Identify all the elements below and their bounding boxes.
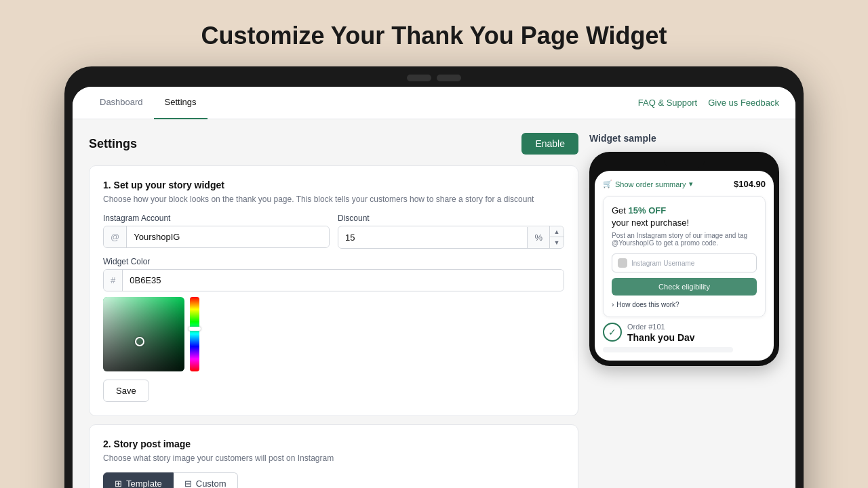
- custom-icon: ⊟: [184, 479, 192, 488]
- instagram-label: Instagram Account: [103, 214, 330, 223]
- check-eligibility-button[interactable]: Check eligibility: [612, 278, 757, 296]
- color-input[interactable]: [123, 270, 564, 291]
- order-info: Order #101 Thank you Dav: [627, 323, 695, 343]
- save-button[interactable]: Save: [103, 380, 149, 402]
- form-row-1: Instagram Account @ Discount %: [103, 214, 564, 249]
- widget-sample-panel: Widget sample 🛒 Show order summary ▾ $10…: [589, 133, 779, 488]
- discount-spinner: ▲ ▼: [549, 226, 564, 248]
- settings-panel: Settings Enable 1. Set up your story wid…: [89, 133, 578, 488]
- order-total: $104.90: [734, 179, 766, 189]
- page-title: Customize Your Thank You Page Widget: [201, 22, 667, 50]
- check-icon: ✓: [608, 327, 616, 338]
- check-circle: ✓: [603, 323, 622, 342]
- spinner-down[interactable]: ▼: [550, 237, 564, 248]
- instagram-placeholder: Instagram Username: [631, 260, 694, 267]
- color-gradient[interactable]: [103, 297, 184, 371]
- feedback-link[interactable]: Give us Feedback: [708, 98, 779, 108]
- how-it-works-text: How does this work?: [616, 301, 679, 308]
- section2-heading: 2. Story post image: [103, 439, 564, 449]
- tab-template[interactable]: ⊞ Template: [103, 472, 174, 488]
- spinner-up[interactable]: ▲: [550, 226, 564, 237]
- hue-cursor[interactable]: [189, 327, 201, 331]
- order-detail-bar: [603, 347, 733, 352]
- section2-desc: Choose what story image your customers w…: [103, 453, 564, 463]
- order-number: Order #101: [627, 323, 695, 331]
- discount-label: Discount: [338, 214, 564, 223]
- cart-icon: 🛒: [603, 180, 612, 188]
- faq-link[interactable]: FAQ & Support: [638, 98, 697, 108]
- template-label: Template: [126, 479, 162, 488]
- section2-card: 2. Story post image Choose what story im…: [89, 424, 578, 488]
- order-summary-text: Show order summary: [615, 180, 686, 188]
- app-header: Dashboard Settings FAQ & Support Give us…: [73, 87, 795, 119]
- discount-input[interactable]: [338, 227, 527, 248]
- section1-card: 1. Set up your story widget Choose how y…: [89, 165, 578, 416]
- header-actions: FAQ & Support Give us Feedback: [638, 98, 779, 108]
- device-top-bar: [73, 75, 795, 81]
- nav-dashboard[interactable]: Dashboard: [89, 87, 154, 119]
- discount-suffix: %: [527, 227, 549, 248]
- settings-title: Settings: [89, 137, 137, 151]
- instagram-prefix: @: [104, 226, 127, 247]
- promo-highlight: 15% OFF: [629, 205, 667, 216]
- nav-settings[interactable]: Settings: [154, 87, 208, 119]
- order-summary-link[interactable]: 🛒 Show order summary ▾: [603, 180, 693, 188]
- device-btn-1: [407, 75, 431, 81]
- instagram-icon: [618, 258, 627, 268]
- discount-group: Discount % ▲ ▼: [338, 214, 564, 249]
- custom-label: Custom: [196, 479, 226, 488]
- app-nav: Dashboard Settings: [89, 87, 208, 119]
- phone-header: 🛒 Show order summary ▾ $104.90: [603, 179, 766, 189]
- device-screen: Dashboard Settings FAQ & Support Give us…: [73, 87, 795, 488]
- chevron-down-icon: ▾: [689, 180, 693, 188]
- chevron-right-icon: ›: [612, 301, 614, 308]
- phone-notch: [664, 157, 705, 168]
- section1-heading: 1. Set up your story widget: [103, 180, 564, 190]
- widget-sample-title: Widget sample: [589, 133, 779, 144]
- color-prefix: #: [104, 270, 123, 291]
- order-thank: Thank you Dav: [627, 332, 695, 343]
- section1-desc: Choose how your block looks on the thank…: [103, 195, 564, 204]
- instagram-widget-input[interactable]: Instagram Username: [612, 253, 757, 272]
- how-it-works[interactable]: › How does this work?: [612, 301, 757, 308]
- color-hue-bar[interactable]: [190, 297, 199, 371]
- tab-group: ⊞ Template ⊟ Custom: [103, 472, 564, 488]
- main-content: Settings Enable 1. Set up your story wid…: [73, 119, 795, 488]
- color-group: Widget Color #: [103, 257, 564, 291]
- instagram-group: Instagram Account @: [103, 214, 330, 249]
- device-frame: Dashboard Settings FAQ & Support Give us…: [64, 66, 804, 488]
- device-btn-2: [437, 75, 461, 81]
- order-confirmation: ✓ Order #101 Thank you Dav: [603, 323, 766, 343]
- promo-card: Get 15% OFFyour next purchase! Post an I…: [603, 196, 766, 317]
- promo-title: Get 15% OFFyour next purchase!: [612, 205, 757, 229]
- tab-custom[interactable]: ⊟ Custom: [174, 472, 238, 488]
- color-cursor[interactable]: [135, 337, 144, 346]
- color-label: Widget Color: [103, 257, 564, 266]
- phone-mockup: 🛒 Show order summary ▾ $104.90 Get 15% O…: [589, 152, 779, 366]
- instagram-input[interactable]: [127, 226, 329, 247]
- discount-input-wrapper: % ▲ ▼: [338, 226, 564, 249]
- settings-header: Settings Enable: [89, 133, 578, 155]
- color-input-wrapper: #: [103, 269, 564, 291]
- enable-button[interactable]: Enable: [521, 133, 578, 155]
- phone-screen: 🛒 Show order summary ▾ $104.90 Get 15% O…: [595, 171, 774, 361]
- promo-desc: Post an Instagram story of our image and…: [612, 232, 757, 247]
- template-icon: ⊞: [115, 479, 122, 488]
- color-picker-area[interactable]: [103, 297, 564, 371]
- instagram-input-wrapper: @: [103, 226, 330, 248]
